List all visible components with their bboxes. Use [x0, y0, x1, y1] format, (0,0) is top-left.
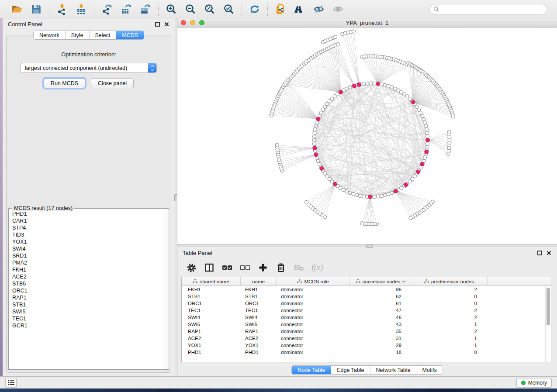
list-item[interactable]: GCR1 — [12, 322, 163, 329]
list-item[interactable]: STB1 — [12, 301, 163, 308]
gear-icon[interactable] — [186, 262, 197, 273]
list-item[interactable]: FKH1 — [12, 266, 163, 273]
close-panel-button[interactable]: Close panel — [91, 78, 134, 88]
close-window-icon[interactable] — [181, 20, 186, 25]
tab-edge-table[interactable]: Edge Table — [331, 366, 370, 374]
function-builder-icon[interactable]: f(x) — [311, 263, 323, 272]
list-item[interactable]: PHD1 — [12, 210, 163, 217]
columns-icon[interactable] — [204, 262, 214, 273]
save-session-button[interactable] — [30, 3, 43, 16]
table-row[interactable]: FKH1 FKH1 dominator 96 2 — [182, 286, 551, 293]
dropdown-stepper-icon — [148, 63, 156, 72]
list-item[interactable]: ACE2 — [12, 273, 163, 280]
column-header-mcds-role[interactable]: MCDS role — [277, 277, 350, 286]
open-session-button[interactable] — [10, 3, 24, 16]
network-graph[interactable] — [177, 28, 557, 244]
tab-select[interactable]: Select — [90, 31, 117, 39]
import-network-button[interactable] — [55, 3, 69, 16]
show-all-icon — [332, 3, 344, 15]
zoom-fit-icon — [204, 3, 215, 15]
table-row[interactable]: PHD1 PHD1 dominator 18 0 — [182, 349, 551, 356]
tab-network-table[interactable]: Network Table — [370, 366, 417, 374]
select-all-icon[interactable] — [222, 262, 232, 273]
show-all-button[interactable] — [332, 3, 345, 16]
column-header-name[interactable]: name — [241, 277, 277, 286]
refresh-layout-icon — [249, 3, 260, 15]
splitter-grip[interactable] — [366, 244, 373, 248]
list-item[interactable]: YOX1 — [12, 238, 163, 245]
tab-style[interactable]: Style — [66, 31, 90, 39]
tab-mcds[interactable]: MCDS — [116, 31, 144, 39]
tab-network[interactable]: Network — [34, 31, 66, 39]
list-item[interactable]: SWI4 — [12, 245, 163, 252]
tab-motifs[interactable]: Motifs — [416, 366, 442, 374]
task-history-button[interactable] — [5, 378, 17, 388]
search-network-button[interactable] — [293, 3, 306, 16]
refresh-layout-button[interactable] — [248, 3, 261, 16]
mcds-result-box: MCDS result (17 nodes) PHD1CAR1STP4TID3Y… — [8, 208, 169, 370]
desktop-wallpaper-strip — [0, 389, 557, 392]
column-header-successor-nodes[interactable]: successor nodes — [350, 277, 411, 286]
table-row[interactable]: ORC1 ORC1 dominator 61 0 — [182, 300, 551, 307]
status-bar: Memory — [0, 376, 557, 389]
table-header-row: shared name name MCDS role successor nod… — [182, 277, 551, 286]
tab-node-table[interactable]: Node Table — [292, 366, 331, 374]
delete-column-icon[interactable] — [276, 262, 286, 273]
list-item[interactable]: RAP1 — [12, 294, 163, 301]
scrollbar-thumb[interactable] — [547, 288, 550, 325]
save-session-icon — [31, 3, 42, 15]
optimization-criterion-select[interactable]: largest connected component (undirected) — [21, 63, 157, 73]
export-table-button[interactable] — [120, 3, 133, 16]
list-item[interactable]: SRD1 — [12, 252, 163, 259]
search-input[interactable] — [441, 6, 543, 12]
list-item[interactable]: STP4 — [12, 224, 163, 231]
import-table-button[interactable] — [75, 3, 88, 16]
search-box[interactable] — [429, 4, 547, 14]
minimize-window-icon[interactable] — [190, 20, 195, 25]
zoom-in-icon — [166, 3, 177, 15]
column-header-predecessor-nodes[interactable]: predecessor nodes — [411, 277, 488, 286]
run-mcds-button[interactable]: Run MCDS — [44, 78, 85, 88]
zoom-fit-button[interactable] — [203, 3, 216, 16]
table-row[interactable]: RAP1 RAP1 dominator 35 2 — [182, 328, 551, 335]
delete-table-icon[interactable] — [294, 262, 304, 273]
list-item[interactable]: PMA2 — [12, 259, 163, 266]
table-row[interactable]: SWI4 SWI4 dominator 46 2 — [182, 314, 551, 321]
maximize-window-icon[interactable] — [199, 20, 204, 25]
column-header-shared-name[interactable]: shared name — [182, 277, 241, 286]
unselect-all-icon[interactable] — [240, 262, 250, 273]
table-panel-title: Table Panel — [183, 250, 212, 256]
export-network-button[interactable] — [100, 3, 114, 16]
memory-button[interactable]: Memory — [516, 378, 552, 388]
float-panel-icon[interactable] — [537, 250, 543, 256]
close-panel-icon[interactable] — [164, 21, 170, 27]
list-item[interactable]: SWI5 — [12, 308, 163, 315]
network-titlebar: YPA_prune.txt_1 — [177, 18, 557, 28]
mcds-result-list[interactable]: PHD1CAR1STP4TID3YOX1SWI4SRD1PMA2FKH1ACE2… — [12, 210, 163, 368]
table-row[interactable]: STB1 STB1 dominator 62 0 — [182, 293, 551, 300]
zoom-out-button[interactable] — [184, 3, 197, 16]
export-image-button[interactable] — [139, 3, 152, 16]
close-panel-icon[interactable] — [546, 250, 552, 256]
hide-selected-button[interactable] — [312, 3, 325, 16]
list-item[interactable]: ORC1 — [12, 287, 163, 294]
table-row[interactable]: YOX1 YOX1 connector 29 1 — [182, 342, 551, 349]
zoom-selected-button[interactable] — [222, 3, 235, 16]
table-row[interactable]: TEC1 TEC1 connector 47 2 — [182, 307, 551, 314]
add-column-icon[interactable] — [258, 262, 268, 273]
table-row[interactable]: SWI5 SWI5 connector 43 1 — [182, 321, 551, 328]
list-item[interactable]: CAR1 — [12, 217, 163, 224]
list-item[interactable]: STB5 — [12, 280, 163, 287]
duplicate-network-button[interactable] — [274, 3, 287, 16]
duplicate-network-icon — [275, 3, 286, 15]
horizontal-splitter[interactable] — [177, 244, 557, 247]
result-scrollbar[interactable] — [164, 209, 168, 369]
table-scrollbar[interactable] — [545, 286, 551, 362]
list-item[interactable]: TEC1 — [12, 315, 163, 322]
table-panel: Table Panel f(x) shared name name — [177, 247, 557, 376]
float-panel-icon[interactable] — [155, 21, 160, 27]
zoom-in-button[interactable] — [165, 3, 178, 16]
table-row[interactable]: ACE2 ACE2 connector 31 1 — [182, 335, 551, 342]
list-item[interactable]: TID3 — [12, 231, 163, 238]
network-canvas[interactable] — [177, 28, 557, 244]
